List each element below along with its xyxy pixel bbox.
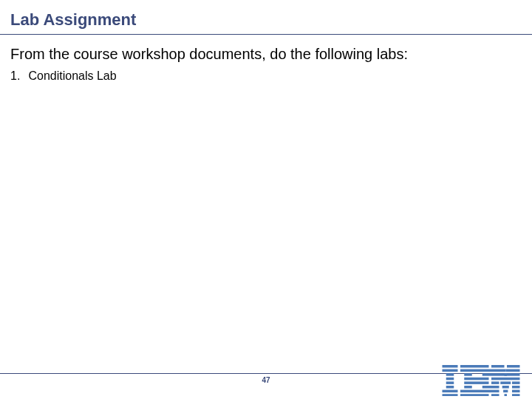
list-item-number: 1. [10,69,25,83]
svg-rect-5 [460,369,491,372]
svg-rect-0 [443,365,458,368]
slide-title: Lab Assignment [10,10,136,30]
svg-rect-16 [446,381,454,384]
svg-rect-30 [503,390,508,393]
labs-list: 1. Conditionals Lab [10,69,522,87]
svg-rect-32 [443,394,458,396]
list-item-text: Conditionals Lab [28,69,116,82]
svg-rect-17 [464,381,488,384]
slide: Lab Assignment From the course workshop … [0,0,532,399]
svg-rect-20 [512,381,520,384]
svg-rect-34 [491,394,499,396]
svg-rect-18 [491,381,499,384]
svg-rect-33 [460,394,489,396]
svg-rect-13 [446,378,454,381]
svg-rect-7 [505,369,519,372]
svg-rect-31 [512,390,520,393]
svg-rect-35 [505,394,508,396]
svg-rect-9 [464,373,472,376]
svg-rect-3 [507,365,520,368]
svg-rect-22 [464,386,472,389]
ibm-logo-icon [440,365,522,396]
svg-rect-6 [491,369,505,372]
body-intro-text: From the course workshop documents, do t… [10,46,522,63]
svg-rect-10 [482,373,491,376]
svg-rect-14 [464,378,488,381]
svg-rect-4 [443,369,458,372]
svg-rect-1 [460,365,489,368]
svg-rect-15 [491,378,520,381]
svg-rect-26 [512,386,520,389]
svg-rect-28 [460,390,491,393]
svg-rect-8 [446,373,454,376]
svg-rect-19 [500,381,511,384]
list-item: 1. Conditionals Lab [10,69,522,83]
title-underline [0,34,532,35]
svg-rect-24 [491,386,499,389]
svg-rect-25 [502,386,509,389]
svg-rect-36 [512,394,520,396]
svg-rect-12 [505,373,520,376]
svg-rect-29 [491,390,499,393]
svg-rect-27 [443,390,458,393]
svg-rect-21 [446,386,454,389]
svg-rect-23 [482,386,491,389]
svg-rect-2 [491,365,505,368]
